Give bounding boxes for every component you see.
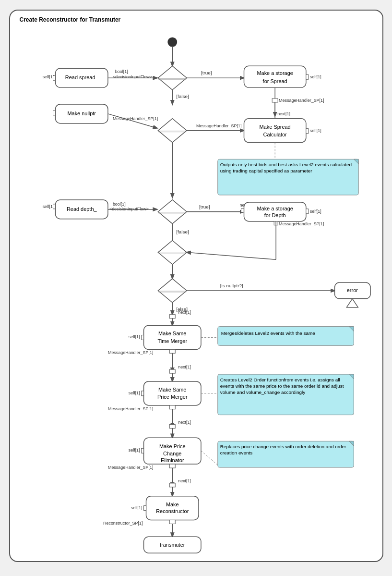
svg-text:MessageHandler_SP[1]: MessageHandler_SP[1]	[196, 123, 241, 128]
svg-text:next[1]: next[1]	[277, 111, 290, 116]
svg-text:for Spread: for Spread	[262, 78, 287, 84]
decision-diamond-2	[158, 119, 187, 143]
svg-text:MessageHandler_SP[1]: MessageHandler_SP[1]	[107, 406, 153, 411]
terminate-node	[346, 299, 358, 307]
svg-text:bool[1]: bool[1]	[112, 202, 125, 207]
svg-text:Make Price: Make Price	[159, 443, 185, 449]
same-price-note-text: Creates Level2 Order functionfrom events…	[220, 377, 351, 395]
svg-text:Make a storage: Make a storage	[257, 206, 293, 211]
svg-text:self[1]: self[1]	[128, 391, 140, 395]
svg-text:next[1]: next[1]	[178, 310, 191, 315]
svg-rect-102	[169, 464, 175, 468]
svg-rect-13	[306, 74, 308, 79]
spread-calc-note-text: Outputs only best bids and best asks Lev…	[220, 161, 356, 174]
diagram-container: Create Reconstructor for Transmuter Read…	[9, 10, 383, 562]
decision-diamond-3	[158, 200, 187, 224]
svg-rect-52	[306, 209, 308, 214]
svg-text:Change: Change	[163, 451, 181, 456]
svg-text:Make a storage: Make a storage	[257, 70, 293, 76]
svg-rect-113	[143, 506, 146, 511]
svg-text:Eliminator: Eliminator	[160, 457, 184, 463]
svg-text:self[1]: self[1]	[128, 334, 140, 339]
svg-rect-114	[169, 520, 175, 524]
svg-text:MessageHandler_SP[1]: MessageHandler_SP[1]	[107, 350, 153, 355]
svg-text:Make Same: Make Same	[158, 331, 186, 336]
svg-text:MessageHandler_SP[1]: MessageHandler_SP[1]	[112, 116, 157, 121]
svg-text:self[1]: self[1]	[309, 128, 321, 133]
svg-text:[false]: [false]	[176, 229, 189, 234]
svg-rect-94	[169, 425, 175, 429]
svg-text:self[1]: self[1]	[309, 74, 321, 79]
svg-text:Make Same: Make Same	[158, 387, 186, 392]
svg-text:self[1]: self[1]	[42, 204, 54, 209]
read-spread-label: Read spread_	[65, 74, 98, 80]
svg-text:[false]: [false]	[176, 94, 189, 99]
svg-text:<decisionInputFlow>: <decisionInputFlow>	[109, 207, 148, 211]
make-storage-spread-node	[244, 66, 306, 87]
decision-diamond-5	[158, 279, 187, 303]
svg-line-104	[201, 451, 217, 465]
svg-rect-107	[169, 483, 175, 487]
svg-rect-69	[169, 315, 175, 319]
svg-text:<decisionInputFlow>: <decisionInputFlow>	[112, 74, 152, 79]
svg-text:next[1]: next[1]	[178, 478, 191, 483]
svg-text:Price Merger: Price Merger	[157, 394, 187, 400]
svg-text:bool[1]: bool[1]	[115, 69, 128, 74]
svg-text:Make Spread: Make Spread	[259, 124, 290, 130]
svg-text:[true]: [true]	[201, 70, 212, 75]
svg-rect-75	[141, 335, 143, 340]
make-spread-calc-node	[244, 119, 306, 143]
svg-rect-101	[141, 448, 143, 453]
svg-rect-88	[141, 391, 143, 396]
svg-text:Calculator: Calculator	[263, 132, 287, 138]
svg-rect-22	[53, 110, 55, 115]
svg-text:transmuter: transmuter	[160, 542, 185, 548]
svg-rect-76	[169, 349, 175, 353]
svg-text:error: error	[346, 287, 357, 293]
svg-text:MessageHandler_SP[1]: MessageHandler_SP[1]	[279, 98, 324, 103]
svg-text:MessageHandler_SP[1]: MessageHandler_SP[1]	[279, 221, 324, 226]
svg-text:Make nullptr: Make nullptr	[67, 110, 96, 116]
decision-diamond-4	[158, 240, 187, 264]
svg-text:Reconstructor_SP[1]: Reconstructor_SP[1]	[103, 521, 143, 526]
price-change-note-text: Replaces price change events with order …	[220, 443, 351, 456]
svg-text:self[1]: self[1]	[42, 74, 54, 79]
svg-rect-82	[169, 369, 175, 373]
svg-text:self[1]: self[1]	[128, 448, 140, 453]
decision-diamond-1	[158, 66, 187, 90]
svg-rect-38	[53, 204, 55, 209]
svg-rect-17	[272, 98, 278, 102]
svg-rect-89	[169, 405, 175, 409]
svg-text:Read depth_: Read depth_	[66, 206, 97, 212]
svg-text:for Depth: for Depth	[264, 212, 285, 218]
svg-text:next[1]: next[1]	[178, 365, 191, 369]
svg-text:[is nullptr?]: [is nullptr?]	[220, 283, 243, 288]
svg-text:Make: Make	[166, 502, 178, 507]
svg-text:self[1]: self[1]	[131, 505, 142, 510]
svg-rect-4	[53, 75, 55, 80]
svg-line-60	[187, 252, 276, 259]
make-same-time-node	[143, 326, 201, 350]
svg-rect-32	[306, 129, 308, 134]
svg-text:Reconstructor: Reconstructor	[156, 508, 189, 514]
svg-text:self[1]: self[1]	[309, 209, 321, 214]
initial-node	[167, 37, 177, 47]
svg-text:Time Merger: Time Merger	[157, 338, 187, 344]
svg-text:MessageHandler_SP[1]: MessageHandler_SP[1]	[107, 465, 153, 470]
svg-text:Merges/deletes Level2 events w: Merges/deletes Level2 events with the sa…	[221, 331, 315, 336]
svg-text:[true]: [true]	[199, 204, 210, 209]
svg-text:next[1]: next[1]	[178, 420, 191, 425]
